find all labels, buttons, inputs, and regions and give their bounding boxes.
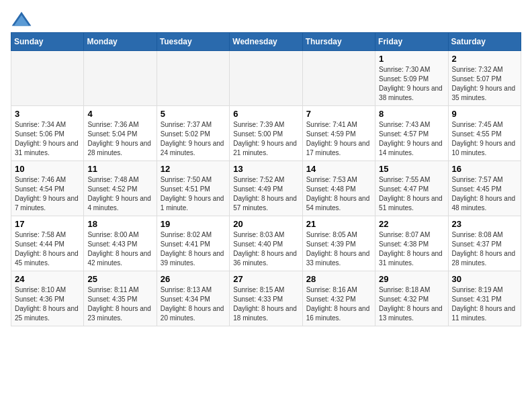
day-info: Sunrise: 8:16 AM Sunset: 4:32 PM Dayligh… [306,285,371,323]
day-number: 8 [379,109,444,119]
day-number: 26 [161,274,226,284]
day-cell: 6Sunrise: 7:39 AM Sunset: 5:00 PM Daylig… [230,106,302,161]
day-info: Sunrise: 7:34 AM Sunset: 5:06 PM Dayligh… [15,120,80,158]
day-number: 7 [306,109,371,119]
day-cell: 13Sunrise: 7:52 AM Sunset: 4:49 PM Dayli… [230,161,302,216]
logo-icon [11,11,32,27]
day-cell: 30Sunrise: 8:19 AM Sunset: 4:31 PM Dayli… [448,271,521,326]
day-info: Sunrise: 7:37 AM Sunset: 5:02 PM Dayligh… [161,120,226,158]
day-cell [230,51,302,106]
day-number: 20 [233,219,298,229]
day-number: 17 [15,219,80,229]
calendar-table: SundayMondayTuesdayWednesdayThursdayFrid… [11,32,521,326]
day-cell: 28Sunrise: 8:16 AM Sunset: 4:32 PM Dayli… [302,271,375,326]
day-number: 23 [452,219,517,229]
weekday-header-sunday: Sunday [11,33,84,51]
day-number: 24 [15,274,80,284]
day-info: Sunrise: 7:55 AM Sunset: 4:47 PM Dayligh… [379,175,444,213]
day-cell: 12Sunrise: 7:50 AM Sunset: 4:51 PM Dayli… [157,161,229,216]
day-cell: 20Sunrise: 8:03 AM Sunset: 4:40 PM Dayli… [230,216,302,271]
week-row-0: 1Sunrise: 7:30 AM Sunset: 5:09 PM Daylig… [11,51,521,106]
day-info: Sunrise: 7:57 AM Sunset: 4:45 PM Dayligh… [452,175,517,213]
day-cell [84,51,157,106]
day-cell: 29Sunrise: 8:18 AM Sunset: 4:32 PM Dayli… [375,271,448,326]
day-info: Sunrise: 7:58 AM Sunset: 4:44 PM Dayligh… [15,230,80,268]
day-info: Sunrise: 8:02 AM Sunset: 4:41 PM Dayligh… [161,230,226,268]
logo [11,11,35,27]
day-cell: 2Sunrise: 7:32 AM Sunset: 5:07 PM Daylig… [448,51,521,106]
day-cell: 8Sunrise: 7:43 AM Sunset: 4:57 PM Daylig… [375,106,448,161]
weekday-header-thursday: Thursday [302,33,375,51]
day-cell: 21Sunrise: 8:05 AM Sunset: 4:39 PM Dayli… [302,216,375,271]
day-number: 6 [233,109,298,119]
weekday-header-monday: Monday [84,33,157,51]
day-cell: 19Sunrise: 8:02 AM Sunset: 4:41 PM Dayli… [157,216,229,271]
calendar-header: SundayMondayTuesdayWednesdayThursdayFrid… [11,33,521,51]
day-number: 16 [452,164,517,174]
day-info: Sunrise: 8:00 AM Sunset: 4:43 PM Dayligh… [87,230,152,268]
day-info: Sunrise: 7:45 AM Sunset: 4:55 PM Dayligh… [452,120,517,158]
weekday-header-wednesday: Wednesday [230,33,302,51]
day-cell: 26Sunrise: 8:13 AM Sunset: 4:34 PM Dayli… [157,271,229,326]
day-cell: 16Sunrise: 7:57 AM Sunset: 4:45 PM Dayli… [448,161,521,216]
day-cell: 5Sunrise: 7:37 AM Sunset: 5:02 PM Daylig… [157,106,229,161]
day-info: Sunrise: 8:18 AM Sunset: 4:32 PM Dayligh… [379,285,444,323]
day-number: 5 [161,109,226,119]
day-number: 13 [233,164,298,174]
day-cell: 25Sunrise: 8:11 AM Sunset: 4:35 PM Dayli… [84,271,157,326]
weekday-header-tuesday: Tuesday [157,33,229,51]
day-info: Sunrise: 8:08 AM Sunset: 4:37 PM Dayligh… [452,230,517,268]
calendar-body: 1Sunrise: 7:30 AM Sunset: 5:09 PM Daylig… [11,51,521,326]
day-number: 22 [379,219,444,229]
week-row-2: 10Sunrise: 7:46 AM Sunset: 4:54 PM Dayli… [11,161,521,216]
day-info: Sunrise: 8:11 AM Sunset: 4:35 PM Dayligh… [87,285,152,323]
day-info: Sunrise: 7:43 AM Sunset: 4:57 PM Dayligh… [379,120,444,158]
day-number: 14 [306,164,371,174]
day-info: Sunrise: 8:15 AM Sunset: 4:33 PM Dayligh… [233,285,298,323]
page-header [11,11,521,27]
day-cell: 3Sunrise: 7:34 AM Sunset: 5:06 PM Daylig… [11,106,84,161]
day-cell: 22Sunrise: 8:07 AM Sunset: 4:38 PM Dayli… [375,216,448,271]
day-number: 3 [15,109,80,119]
day-number: 18 [87,219,152,229]
day-number: 1 [379,54,444,64]
day-cell: 11Sunrise: 7:48 AM Sunset: 4:52 PM Dayli… [84,161,157,216]
day-info: Sunrise: 8:10 AM Sunset: 4:36 PM Dayligh… [15,285,80,323]
day-cell: 10Sunrise: 7:46 AM Sunset: 4:54 PM Dayli… [11,161,84,216]
day-info: Sunrise: 7:46 AM Sunset: 4:54 PM Dayligh… [15,175,80,213]
weekday-header-friday: Friday [375,33,448,51]
week-row-1: 3Sunrise: 7:34 AM Sunset: 5:06 PM Daylig… [11,106,521,161]
day-cell: 15Sunrise: 7:55 AM Sunset: 4:47 PM Dayli… [375,161,448,216]
day-number: 30 [452,274,517,284]
day-number: 9 [452,109,517,119]
day-number: 25 [87,274,152,284]
day-cell: 18Sunrise: 8:00 AM Sunset: 4:43 PM Dayli… [84,216,157,271]
day-number: 2 [452,54,517,64]
day-info: Sunrise: 8:03 AM Sunset: 4:40 PM Dayligh… [233,230,298,268]
day-cell: 23Sunrise: 8:08 AM Sunset: 4:37 PM Dayli… [448,216,521,271]
day-info: Sunrise: 7:36 AM Sunset: 5:04 PM Dayligh… [87,120,152,158]
day-cell: 24Sunrise: 8:10 AM Sunset: 4:36 PM Dayli… [11,271,84,326]
week-row-3: 17Sunrise: 7:58 AM Sunset: 4:44 PM Dayli… [11,216,521,271]
day-cell: 9Sunrise: 7:45 AM Sunset: 4:55 PM Daylig… [448,106,521,161]
day-number: 29 [379,274,444,284]
day-number: 4 [87,109,152,119]
weekday-row: SundayMondayTuesdayWednesdayThursdayFrid… [11,33,521,51]
day-info: Sunrise: 8:05 AM Sunset: 4:39 PM Dayligh… [306,230,371,268]
day-cell: 14Sunrise: 7:53 AM Sunset: 4:48 PM Dayli… [302,161,375,216]
day-cell [157,51,229,106]
day-info: Sunrise: 8:07 AM Sunset: 4:38 PM Dayligh… [379,230,444,268]
day-number: 27 [233,274,298,284]
day-info: Sunrise: 8:13 AM Sunset: 4:34 PM Dayligh… [161,285,226,323]
day-number: 21 [306,219,371,229]
day-info: Sunrise: 7:48 AM Sunset: 4:52 PM Dayligh… [87,175,152,213]
day-info: Sunrise: 7:30 AM Sunset: 5:09 PM Dayligh… [379,65,444,103]
day-number: 19 [161,219,226,229]
day-number: 12 [161,164,226,174]
day-cell: 27Sunrise: 8:15 AM Sunset: 4:33 PM Dayli… [230,271,302,326]
day-info: Sunrise: 7:52 AM Sunset: 4:49 PM Dayligh… [233,175,298,213]
day-number: 15 [379,164,444,174]
day-cell: 1Sunrise: 7:30 AM Sunset: 5:09 PM Daylig… [375,51,448,106]
day-cell: 4Sunrise: 7:36 AM Sunset: 5:04 PM Daylig… [84,106,157,161]
weekday-header-saturday: Saturday [448,33,521,51]
